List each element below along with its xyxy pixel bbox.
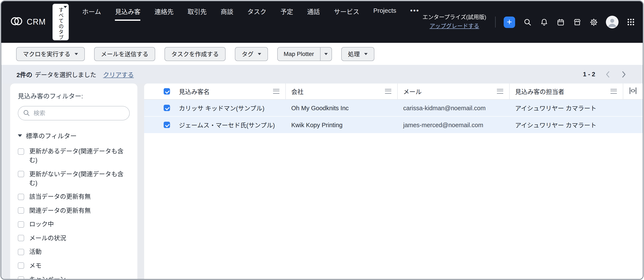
tab-contacts[interactable]: 連絡先: [154, 7, 174, 21]
tag-label: タグ: [242, 50, 254, 58]
email-value: carissa-kidman@noemail.com: [403, 104, 486, 111]
filter-item-activities[interactable]: 活動: [18, 248, 130, 256]
header-tools-cell: [623, 84, 643, 99]
search-icon[interactable]: [523, 18, 532, 26]
tab-meetings[interactable]: 予定: [280, 7, 293, 21]
all-tabs-selector[interactable]: すべてのタブ: [52, 4, 69, 40]
row-checkbox[interactable]: [164, 122, 170, 128]
row-checkbox[interactable]: [164, 105, 170, 111]
quick-create-button[interactable]: +: [504, 16, 515, 28]
nav-divider: [495, 16, 496, 28]
filter-search-input[interactable]: [18, 106, 130, 120]
filter-title: 見込み客のフィルター:: [18, 91, 130, 100]
primary-nav: ホーム 見込み客 連絡先 取引先 商談 タスク 予定 通話 サービス Proje…: [82, 7, 420, 43]
create-task-label: タスクを作成する: [171, 50, 219, 58]
column-manager-icon[interactable]: [629, 87, 637, 96]
actions-button[interactable]: 処理: [341, 47, 374, 61]
prev-page-icon[interactable]: [604, 70, 611, 78]
upgrade-link[interactable]: アップグレードする: [430, 22, 479, 30]
brand: CRM: [1, 1, 46, 43]
content-area: 見込み客のフィルター: 標準のフィルター 更新があるデータ(関連データも含む) …: [1, 84, 643, 279]
next-page-icon[interactable]: [620, 70, 628, 78]
tab-accounts[interactable]: 取引先: [188, 7, 207, 21]
plan-block: エンタープライズ(試用版) アップグレードする: [422, 14, 486, 30]
checkbox[interactable]: [18, 148, 24, 154]
gear-icon[interactable]: [589, 18, 598, 26]
column-header-email[interactable]: メール: [398, 84, 510, 99]
select-all-checkbox[interactable]: [164, 88, 170, 94]
app-grid-icon[interactable]: [626, 18, 635, 26]
run-macro-label: マクロを実行する: [23, 50, 70, 58]
filter-sidebar: 見込み客のフィルター: 標準のフィルター 更新があるデータ(関連データも含む) …: [10, 84, 137, 279]
table-empty-area: [144, 134, 643, 279]
table-row[interactable]: ジェームス・マーセド氏(サンプル) Kwik Kopy Printing jam…: [144, 116, 643, 134]
search-icon: [23, 109, 30, 116]
marketplace-icon[interactable]: [573, 18, 581, 26]
tab-services[interactable]: サービス: [334, 7, 359, 21]
app-window: CRM すべてのタブ ホーム 見込み客 連絡先 取引先 商談 タスク 予定 通話…: [0, 0, 644, 280]
hamburger-menu-icon[interactable]: [497, 89, 503, 94]
avatar[interactable]: [606, 16, 618, 28]
tab-more[interactable]: •••: [410, 7, 420, 19]
filter-label: メールの状況: [29, 234, 66, 243]
filter-item-untouched-records[interactable]: 更新がないデータ(関連データも含む): [18, 170, 130, 188]
lead-name[interactable]: ジェームス・マーセド氏(サンプル): [179, 120, 275, 129]
tag-button[interactable]: タグ: [235, 47, 268, 61]
filter-item-related-records-action[interactable]: 関連データの更新有無: [18, 206, 130, 215]
standard-filters-section[interactable]: 標準のフィルター: [18, 131, 130, 140]
nav-right-cluster: エンタープライズ(試用版) アップグレードする +: [422, 1, 635, 43]
column-label: メール: [403, 87, 422, 96]
cell-email: james-merced@noemail.com: [398, 116, 510, 133]
actions-label: 処理: [348, 50, 360, 58]
selected-message: データを選択しました: [35, 70, 96, 79]
checkbox[interactable]: [18, 276, 24, 279]
tab-calls[interactable]: 通話: [307, 7, 320, 21]
pagination: 1 - 2: [583, 70, 628, 78]
zoho-rings-icon: [10, 16, 23, 28]
hamburger-menu-icon[interactable]: [610, 89, 617, 94]
create-task-button[interactable]: タスクを作成する: [164, 47, 226, 61]
chevron-down-icon: [258, 53, 261, 55]
triangle-down-icon: [18, 134, 22, 137]
bell-icon[interactable]: [540, 18, 548, 26]
checkbox[interactable]: [18, 194, 24, 200]
tab-deals[interactable]: 商談: [221, 7, 234, 21]
map-plotter-dropdown[interactable]: [320, 47, 331, 60]
calendar-icon[interactable]: [556, 18, 565, 26]
checkbox[interactable]: [18, 249, 24, 255]
filter-item-touched-records[interactable]: 更新があるデータ(関連データも含む): [18, 147, 130, 165]
tab-tasks[interactable]: タスク: [248, 7, 266, 21]
column-header-lead-owner[interactable]: 見込み客の担当者: [510, 84, 623, 99]
filter-item-campaigns[interactable]: キャンペーン: [18, 275, 130, 279]
send-mail-button[interactable]: メールを送信する: [94, 47, 155, 61]
checkbox[interactable]: [18, 262, 24, 269]
hamburger-menu-icon[interactable]: [273, 89, 280, 94]
lead-name[interactable]: カリッサ キッドマン(サンプル): [179, 104, 264, 112]
clear-selection-link[interactable]: クリアする: [103, 70, 134, 79]
tab-leads[interactable]: 見込み客: [115, 7, 140, 21]
run-macro-button[interactable]: マクロを実行する: [16, 47, 85, 61]
column-header-lead-name[interactable]: 見込み客名: [177, 84, 286, 99]
table-row[interactable]: カリッサ キッドマン(サンプル) Oh My Goodknits Inc car…: [144, 100, 643, 116]
column-label: 見込み客の担当者: [515, 87, 564, 96]
cell-lead-name[interactable]: カリッサ キッドマン(サンプル): [177, 100, 286, 116]
filter-item-locked[interactable]: ロック中: [18, 220, 130, 229]
owner-name: アイシュワリヤー カマラート: [515, 104, 596, 112]
column-header-company[interactable]: 会社: [286, 84, 398, 99]
checkbox[interactable]: [18, 235, 24, 241]
chevron-down-icon: [324, 53, 328, 55]
checkbox[interactable]: [18, 207, 24, 214]
map-plotter-button[interactable]: Map Plotter: [277, 47, 332, 61]
checkbox[interactable]: [18, 221, 24, 228]
filter-item-notes[interactable]: メモ: [18, 261, 130, 270]
chevron-down-icon: [64, 6, 67, 8]
app-title: CRM: [27, 18, 46, 27]
tab-home[interactable]: ホーム: [82, 7, 101, 21]
hamburger-menu-icon[interactable]: [385, 89, 391, 94]
tab-projects[interactable]: Projects: [373, 7, 396, 19]
map-plotter-label: Map Plotter: [278, 47, 320, 60]
filter-item-email-status[interactable]: メールの状況: [18, 234, 130, 243]
filter-item-record-action[interactable]: 該当データの更新有無: [18, 192, 130, 201]
checkbox[interactable]: [18, 171, 24, 177]
cell-lead-name[interactable]: ジェームス・マーセド氏(サンプル): [177, 116, 286, 133]
